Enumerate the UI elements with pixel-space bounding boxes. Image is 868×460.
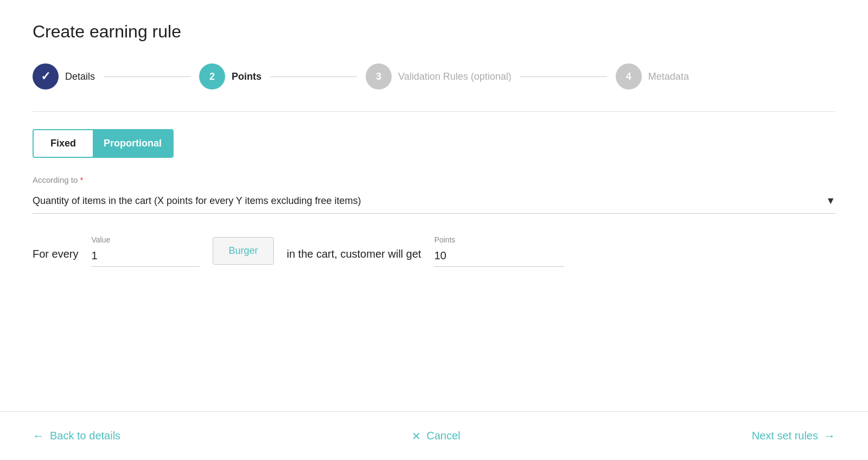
step-points: 2 Points bbox=[199, 63, 261, 90]
page-title: Create earning rule bbox=[33, 22, 835, 42]
step-details: ✓ Details bbox=[33, 63, 95, 90]
back-label: Back to details bbox=[50, 430, 120, 442]
checkmark-icon: ✓ bbox=[41, 69, 50, 84]
unit-button[interactable]: Burger bbox=[213, 237, 273, 265]
step-number-points: 2 bbox=[209, 71, 215, 82]
step-label-metadata: Metadata bbox=[648, 71, 689, 82]
footer: ← Back to details ✕ Cancel Next set rule… bbox=[0, 411, 868, 460]
step-circle-details: ✓ bbox=[33, 63, 59, 90]
according-to-value: Quantity of items in the cart (X points … bbox=[33, 195, 361, 207]
cancel-x-icon: ✕ bbox=[412, 430, 421, 443]
cancel-button[interactable]: ✕ Cancel bbox=[412, 430, 460, 443]
points-label: Points bbox=[434, 235, 564, 244]
form-row: For every Value Burger in the cart, cust… bbox=[33, 235, 835, 267]
step-connector-3 bbox=[520, 76, 607, 77]
step-metadata: 4 Metadata bbox=[616, 63, 689, 90]
points-input[interactable] bbox=[434, 247, 564, 267]
step-number-metadata: 4 bbox=[626, 71, 631, 82]
next-arrow-icon: → bbox=[824, 429, 835, 443]
step-validation: 3 Validation Rules (optional) bbox=[366, 63, 512, 90]
according-to-select[interactable]: Quantity of items in the cart (X points … bbox=[33, 189, 835, 214]
next-label: Next set rules bbox=[752, 430, 818, 442]
next-set-rules-button[interactable]: Next set rules → bbox=[752, 429, 835, 443]
value-field: Value bbox=[91, 235, 200, 267]
step-number-validation: 3 bbox=[376, 71, 381, 82]
back-arrow-icon: ← bbox=[33, 429, 44, 443]
step-connector-1 bbox=[104, 76, 190, 77]
cancel-label: Cancel bbox=[426, 430, 460, 442]
step-circle-validation: 3 bbox=[366, 63, 392, 90]
divider bbox=[33, 111, 835, 112]
toggle-proportional-button[interactable]: Proportional bbox=[93, 130, 173, 157]
toggle-fixed-button[interactable]: Fixed bbox=[34, 130, 93, 157]
step-label-validation: Validation Rules (optional) bbox=[398, 71, 512, 82]
page-container: Create earning rule ✓ Details 2 Points 3… bbox=[0, 0, 868, 267]
points-field: Points bbox=[434, 235, 564, 267]
step-label-points: Points bbox=[232, 71, 261, 82]
according-to-label: According to * bbox=[33, 175, 835, 184]
for-every-label: For every bbox=[33, 248, 78, 267]
value-input[interactable] bbox=[91, 247, 200, 267]
stepper: ✓ Details 2 Points 3 Validation Rules (o… bbox=[33, 63, 835, 90]
dropdown-arrow-icon: ▼ bbox=[826, 195, 835, 207]
back-to-details-button[interactable]: ← Back to details bbox=[33, 429, 120, 443]
step-label-details: Details bbox=[65, 71, 95, 82]
step-connector-2 bbox=[270, 76, 357, 77]
step-circle-points: 2 bbox=[199, 63, 225, 90]
required-indicator: * bbox=[78, 175, 83, 184]
middle-text: in the cart, customer will get bbox=[287, 248, 422, 267]
step-circle-metadata: 4 bbox=[616, 63, 642, 90]
toggle-group: Fixed Proportional bbox=[33, 129, 174, 158]
value-label: Value bbox=[91, 235, 200, 244]
